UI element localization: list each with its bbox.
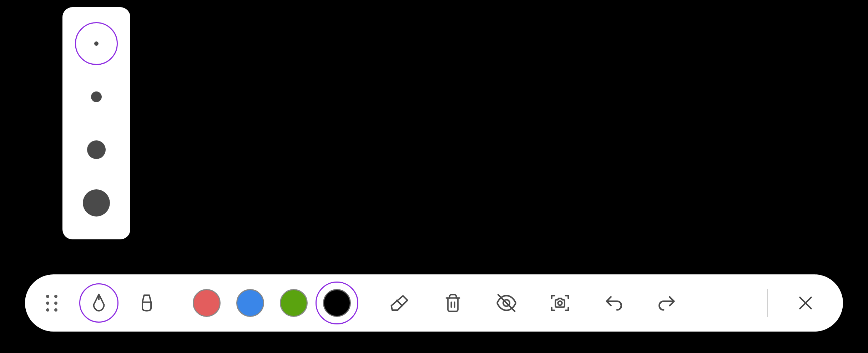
close-icon [796,293,815,313]
stroke-size-sm[interactable] [75,75,118,118]
svg-point-1 [558,301,562,305]
dot-icon [94,41,99,46]
eraser-icon [389,292,410,314]
color-red[interactable] [193,289,221,317]
camera-capture-icon [549,292,571,314]
trash-icon [443,293,463,313]
dot-icon [83,189,110,217]
eye-off-icon [495,292,518,314]
color-black[interactable] [323,289,351,317]
undo-icon [603,293,624,313]
redo-button[interactable] [651,293,683,313]
eraser-button[interactable] [383,292,415,314]
pen-tool[interactable] [79,283,118,323]
delete-button[interactable] [437,293,469,313]
screenshot-button[interactable] [544,292,576,314]
hide-button[interactable] [490,292,523,314]
color-black-wrap[interactable] [316,282,358,324]
color-blue[interactable] [236,289,264,317]
undo-button[interactable] [597,293,630,313]
divider [767,289,768,317]
highlighter-icon [136,293,157,313]
stroke-size-lg[interactable] [75,182,118,224]
dot-icon [91,91,102,102]
highlighter-tool[interactable] [127,283,166,323]
stroke-size-panel [62,7,130,239]
drag-handle-icon[interactable] [43,295,61,312]
stroke-size-md[interactable] [75,128,118,171]
close-button[interactable] [789,293,822,313]
dot-icon [87,140,106,159]
annotation-toolbar [25,274,843,332]
pen-icon [89,293,109,313]
redo-icon [657,293,677,313]
color-green[interactable] [280,289,308,317]
stroke-size-xs[interactable] [75,22,118,65]
